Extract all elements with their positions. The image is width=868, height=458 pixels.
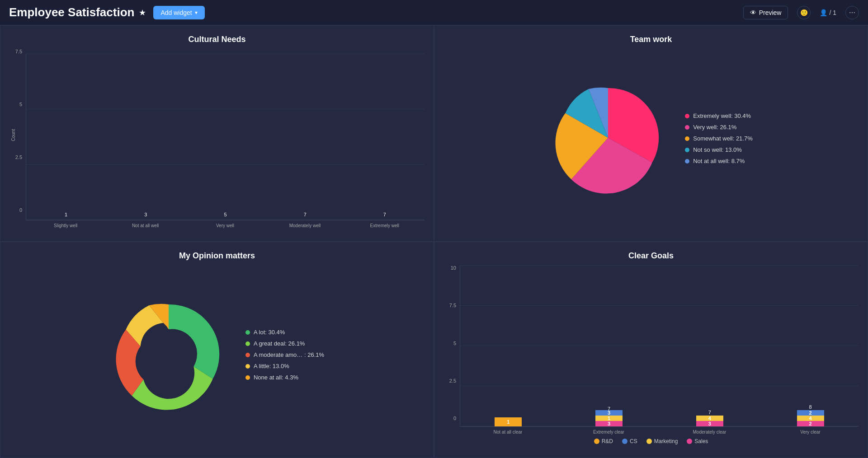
add-widget-button[interactable]: Add widget xyxy=(153,6,204,19)
legend-extremely-well: Extremely well: 30.4% xyxy=(685,112,753,119)
legend-very-well: Very well: 26.1% xyxy=(685,124,753,131)
clear-goals-chart: 10 7.5 5 2.5 0 xyxy=(443,265,859,444)
legend-a-little: A little: 13.0% xyxy=(245,363,324,369)
clear-goals-title: Clear Goals xyxy=(443,251,859,261)
x-labels: Slightly well Not at all well Very well … xyxy=(26,220,425,228)
stacked-bar-very-clear: 8 2 4 2 xyxy=(771,410,849,426)
preview-button[interactable]: 👁 Preview xyxy=(743,6,788,19)
clear-goals-legend: R&D CS Marketing Sales xyxy=(443,438,859,444)
legend-not-at-all-well: Not at all well: 8.7% xyxy=(685,158,753,164)
team-work-widget: Team work xyxy=(434,25,868,242)
stacked-bar-moderately-clear: 7 3 4 xyxy=(671,416,749,426)
grid-lines xyxy=(26,54,425,220)
clear-goals-widget: Clear Goals 10 7.5 5 2.5 0 xyxy=(434,242,868,458)
cultural-needs-widget: Cultural Needs 7.5 5 2.5 0 Count xyxy=(0,25,434,242)
legend-marketing: Marketing xyxy=(646,438,678,444)
legend-moderate: A moderate amo… : 26.1% xyxy=(245,351,324,358)
users-count: / 1 xyxy=(829,9,836,16)
users-icon: 👤 xyxy=(820,9,827,16)
stacked-x-labels: Not at all clear Extremely clear Moderat… xyxy=(460,427,859,435)
svg-point-1 xyxy=(144,329,193,379)
team-work-chart: Extremely well: 30.4% Very well: 26.1% S… xyxy=(443,49,859,228)
my-opinion-widget: My Opinion matters xyxy=(0,242,434,458)
stacked-bars-wrapper: 1 1 7 3 1 3 xyxy=(460,265,859,435)
eye-icon: 👁 xyxy=(750,9,756,16)
stacked-bar-stack-4: 2 4 2 xyxy=(797,410,824,426)
stacked-bar-stack-3: 3 4 xyxy=(696,416,723,426)
legend-a-lot: A lot: 30.4% xyxy=(245,329,324,336)
bars-wrapper: Count 1 xyxy=(26,49,425,228)
my-opinion-legend: A lot: 30.4% A great deal: 26.1% A moder… xyxy=(245,329,324,381)
my-opinion-chart: A lot: 30.4% A great deal: 26.1% A moder… xyxy=(9,265,425,444)
team-work-legend: Extremely well: 30.4% Very well: 26.1% S… xyxy=(685,112,753,164)
team-work-title: Team work xyxy=(443,35,859,44)
header-right: 👁 Preview 🙂 👤 / 1 ⋯ xyxy=(743,6,859,19)
bars-container: 1 3 5 xyxy=(26,54,425,220)
legend-great-deal: A great deal: 26.1% xyxy=(245,340,324,347)
donut-chart xyxy=(110,295,227,415)
header: Employee Satisfaction ★ Add widget 👁 Pre… xyxy=(0,0,868,25)
dashboard: Cultural Needs 7.5 5 2.5 0 Count xyxy=(0,25,868,458)
legend-not-so-well: Not so well: 13.0% xyxy=(685,146,753,153)
legend-rd: R&D xyxy=(594,438,613,444)
legend-cs: CS xyxy=(622,438,637,444)
stacked-bars-container: 1 1 7 3 1 3 xyxy=(460,265,859,427)
cultural-needs-title: Cultural Needs xyxy=(9,35,425,44)
emoji-icon[interactable]: 🙂 xyxy=(797,6,811,19)
my-opinion-title: My Opinion matters xyxy=(9,251,425,261)
legend-somewhat-well: Somewhat well: 21.7% xyxy=(685,135,753,142)
stacked-bar-extremely-clear: 7 3 1 3 xyxy=(570,410,648,426)
star-icon[interactable]: ★ xyxy=(139,8,146,18)
stacked-bar-stack-2: 3 1 3 xyxy=(595,410,623,426)
stacked-bar-not-clear: 1 1 xyxy=(469,417,547,426)
more-icon[interactable]: ⋯ xyxy=(845,6,859,19)
stacked-bar-stack-1: 1 xyxy=(495,417,522,426)
pie-chart xyxy=(549,79,667,198)
cultural-needs-chart: 7.5 5 2.5 0 Count xyxy=(9,49,425,228)
stacked-grid-lines xyxy=(460,265,859,426)
stacked-y-axis: 10 7.5 5 2.5 0 xyxy=(443,265,460,435)
legend-sales: Sales xyxy=(687,438,708,444)
page-title: Employee Satisfaction xyxy=(9,5,134,19)
legend-none: None at all: 4.3% xyxy=(245,374,324,381)
users-section: 👤 / 1 xyxy=(820,9,836,16)
